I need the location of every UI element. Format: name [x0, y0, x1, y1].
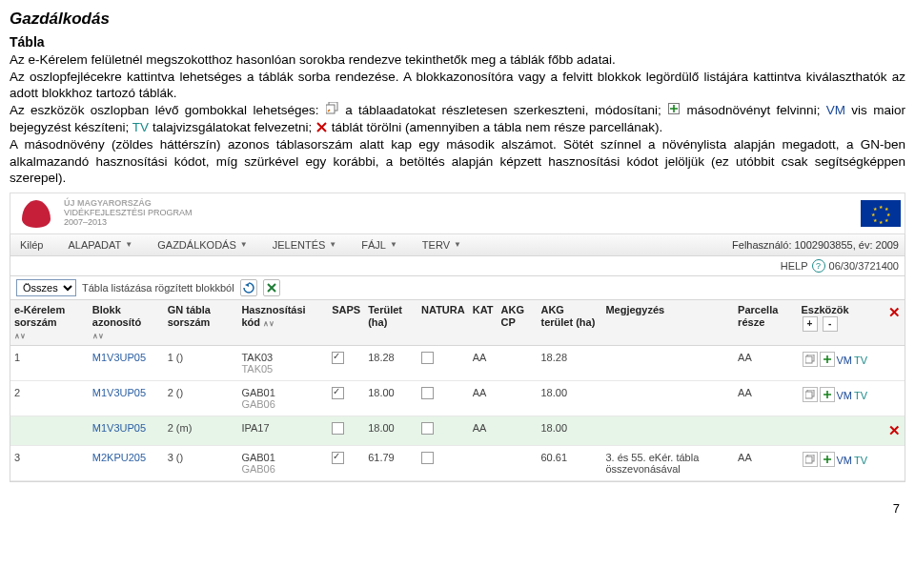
natura-checkbox [421, 352, 434, 364]
cell-hk: GAB01GAB06 [237, 381, 328, 416]
app-menubar: Kilép ALAPADAT▼ GAZDÁLKODÁS▼ JELENTÉS▼ F… [10, 234, 905, 256]
menu-jelentes[interactable]: JELENTÉS▼ [269, 237, 347, 253]
help-label[interactable]: HELP [781, 260, 808, 272]
menu-terv[interactable]: TERV▼ [418, 237, 471, 253]
add-row-icon[interactable] [820, 352, 835, 367]
cell-hk: IPA17 [237, 416, 328, 446]
cell-par: AA [734, 381, 797, 416]
cell-saps [328, 416, 364, 446]
col-akgcp[interactable]: AKG CP [498, 300, 538, 346]
cell-meg: 3. és 55. eKér. tábla összevonásával [601, 446, 734, 481]
delete-row-icon[interactable]: ✕ [888, 422, 901, 438]
block-link[interactable]: M1V3UP05 [92, 422, 146, 434]
cell-kat: AA [469, 416, 498, 446]
program-years: 2007–2013 [64, 218, 193, 228]
cell-par: AA [734, 446, 797, 481]
col-hasznositasi[interactable]: Hasznosítási kód ∧∨ [237, 300, 328, 346]
paragraph-3: Az eszközök oszlopban lévő gombokkal leh… [10, 102, 905, 136]
tv-button[interactable]: TV [854, 455, 867, 466]
cell-nat [417, 416, 469, 446]
saps-checkbox [332, 387, 344, 399]
menu-fajl[interactable]: FÁJL▼ [357, 237, 407, 253]
add-row-icon[interactable] [820, 387, 835, 402]
cell-kat: AA [469, 346, 498, 381]
help-icon[interactable]: ? [812, 259, 825, 273]
vm-button[interactable]: VM [837, 390, 853, 401]
cell-cp [498, 446, 538, 481]
cell-delete [884, 446, 905, 481]
edit-row-icon[interactable] [803, 387, 818, 402]
cell-ter: 61.79 [364, 446, 417, 481]
cell-ekerelem: 2 [10, 381, 89, 416]
cell-ter: 18.28 [364, 346, 417, 381]
delete-all-icon[interactable]: ✕ [888, 304, 901, 320]
block-link[interactable]: M2KPU205 [92, 452, 146, 463]
table-row: 1M1V3UP051 ()TAK03TAK0518.28AA18.28AAVMT… [10, 346, 905, 381]
col-gn[interactable]: GN tábla sorszám [164, 300, 238, 346]
col-saps[interactable]: SAPS [328, 300, 364, 346]
chevron-down-icon: ▼ [240, 240, 248, 249]
user-info: Felhasználó: 1002903855, év: 2009 [732, 239, 899, 251]
chevron-down-icon: ▼ [329, 240, 336, 249]
cell-gn: 2 (m) [164, 416, 238, 446]
cell-gn: 2 () [164, 381, 238, 416]
cell-blokk: M2KPU205 [89, 446, 164, 481]
cell-tools [798, 416, 884, 446]
natura-checkbox [421, 422, 434, 435]
program-logo-icon [14, 195, 58, 232]
data-table: e-Kérelem sorszám∧∨ Blokk azonosító∧∨ GN… [10, 300, 905, 482]
excel-export-icon[interactable] [263, 279, 280, 296]
col-blokk[interactable]: Blokk azonosító∧∨ [89, 300, 164, 346]
tv-button[interactable]: TV [854, 355, 867, 366]
filter-select[interactable]: Összes [16, 279, 76, 296]
cell-delete [884, 346, 905, 381]
svg-rect-1 [326, 105, 335, 113]
svg-rect-5 [805, 356, 812, 363]
col-kat[interactable]: KAT [469, 300, 498, 346]
col-akgter[interactable]: AKG terület (ha) [537, 300, 601, 346]
section-heading: Gazdálkodás [10, 10, 905, 29]
cell-kat [469, 446, 498, 481]
block-link[interactable]: M1V3UP05 [92, 352, 146, 363]
sort-icon: ∧∨ [92, 332, 104, 340]
vm-button[interactable]: VM [837, 455, 853, 466]
cell-ter: 18.00 [364, 416, 417, 446]
col-ekerelem[interactable]: e-Kérelem sorszám∧∨ [10, 300, 89, 346]
cell-akgter: 60.61 [537, 446, 601, 481]
menu-gazdalkodas[interactable]: GAZDÁLKODÁS▼ [153, 237, 256, 253]
eu-flag-icon: ★★ ★★ ★★ ★★ [861, 200, 901, 227]
cell-ekerelem: 3 [10, 446, 89, 481]
cell-blokk: M1V3UP05 [89, 416, 164, 446]
refresh-icon[interactable] [240, 279, 257, 296]
edit-stack-icon [326, 102, 338, 119]
col-natura[interactable]: NATURA [417, 300, 469, 346]
cell-nat [417, 446, 469, 481]
chevron-down-icon: ▼ [125, 240, 132, 249]
cell-tools: VMTV [798, 381, 884, 416]
cell-akgter: 18.28 [537, 346, 601, 381]
cell-nat [417, 381, 469, 416]
tv-button[interactable]: TV [854, 390, 867, 401]
col-parcella[interactable]: Parcella része [734, 300, 797, 346]
expand-all-button[interactable]: + [803, 316, 818, 332]
edit-row-icon[interactable] [803, 452, 818, 467]
block-link[interactable]: M1V3UP05 [92, 387, 146, 398]
vm-button[interactable]: VM [837, 355, 853, 366]
cell-ter: 18.00 [364, 381, 417, 416]
saps-checkbox [332, 452, 344, 464]
natura-checkbox [421, 387, 434, 399]
collapse-all-button[interactable]: - [823, 316, 838, 332]
table-row: 3M2KPU2053 ()GAB01GAB0661.7960.613. és 5… [10, 446, 905, 481]
col-megjegyzes[interactable]: Megjegyzés [601, 300, 734, 346]
cell-akgter: 18.00 [537, 416, 601, 446]
cell-gn: 1 () [164, 346, 238, 381]
menu-alapadat[interactable]: ALAPADAT▼ [64, 237, 142, 253]
col-terulet[interactable]: Terület (ha) [364, 300, 417, 346]
help-phone: 06/30/3721400 [829, 260, 899, 272]
add-row-icon[interactable] [820, 452, 835, 467]
sort-icon: ∧∨ [263, 319, 274, 328]
menu-exit[interactable]: Kilép [16, 237, 52, 253]
page-number: 7 [10, 501, 905, 516]
col-eszkozok: Eszközök + - [798, 300, 884, 346]
edit-row-icon[interactable] [803, 352, 818, 367]
